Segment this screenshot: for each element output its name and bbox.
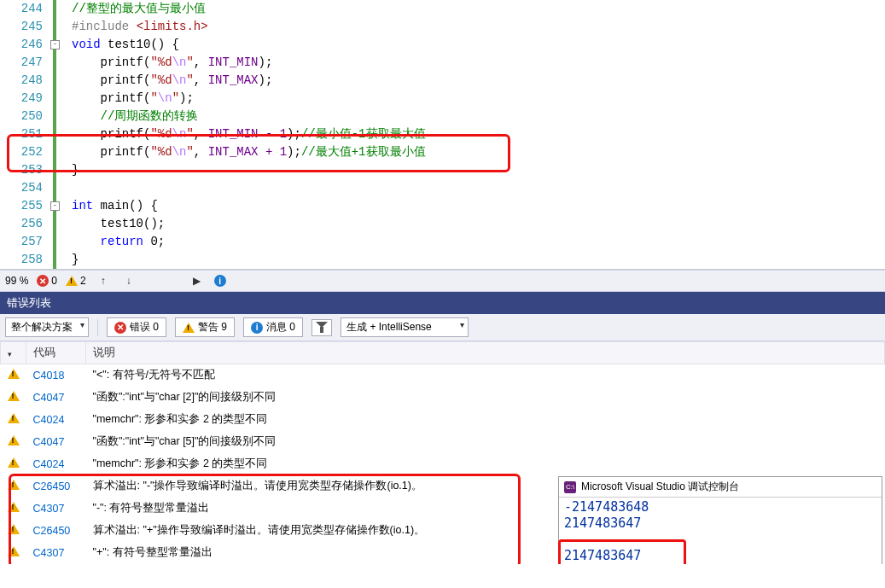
funnel-icon [316, 322, 328, 334]
code-line[interactable]: } [72, 161, 885, 179]
warning-code[interactable]: C4024 [26, 409, 86, 431]
code-line[interactable]: printf("%d\n", INT_MAX); [72, 72, 885, 90]
error-icon: ✕ [114, 322, 126, 334]
code-line[interactable]: test10(); [72, 215, 885, 233]
code-line[interactable]: printf("%d\n", INT_MIN); [72, 54, 885, 72]
code-line[interactable]: printf("%d\n", INT_MAX + 1);//最大值+1获取最小值 [72, 143, 885, 161]
error-count[interactable]: ✕ 0 [37, 275, 57, 287]
warning-description: "函数":"int"与"char [5]"的间接级别不同 [86, 431, 885, 453]
errors-filter-label: 错误 0 [130, 320, 159, 335]
zoom-level[interactable]: 99 % [5, 275, 28, 287]
warning-code[interactable]: C4018 [26, 364, 86, 387]
info-icon: i [251, 322, 263, 334]
warning-description: "函数":"int"与"char [2]"的间接级别不同 [86, 387, 885, 409]
warning-description: "memchr": 形参和实参 2 的类型不同 [86, 409, 885, 431]
errorlist-title: 错误列表 [0, 292, 885, 314]
line-number: 248 [0, 72, 43, 90]
editor-status-bar: 99 % ✕ 0 2 ↑ ↓ ▶ i [0, 270, 885, 292]
warning-code[interactable]: C4307 [26, 498, 86, 520]
warning-icon [8, 457, 20, 468]
code-line[interactable]: //整型的最大值与最小值 [72, 0, 885, 18]
warning-code[interactable]: C4024 [26, 453, 86, 475]
warning-icon [8, 435, 20, 445]
step-button[interactable]: ▶ [189, 272, 206, 289]
line-number: 253 [0, 161, 43, 179]
warning-icon [8, 502, 20, 512]
line-number: 255 [0, 197, 43, 215]
code-line[interactable]: void test10() { [72, 36, 885, 54]
line-number: 258 [0, 251, 43, 269]
warning-code[interactable]: C4047 [26, 387, 86, 409]
warning-icon [8, 480, 20, 490]
warning-description: "memchr": 形参和实参 2 的类型不同 [86, 453, 885, 475]
code-line[interactable]: printf("\n"); [72, 90, 885, 108]
warning-code[interactable]: C4307 [26, 542, 86, 564]
console-app-icon: C:\ [564, 481, 576, 493]
filter-funnel-button[interactable] [311, 319, 332, 336]
code-line[interactable]: #include <limits.h> [72, 18, 885, 36]
code-area[interactable]: //整型的最大值与最小值#include <limits.h>void test… [63, 0, 885, 269]
fold-toggle[interactable]: - [50, 40, 60, 49]
line-number: 257 [0, 233, 43, 251]
messages-filter-button[interactable]: i 消息 0 [243, 317, 303, 337]
code-line[interactable]: return 0; [72, 233, 885, 251]
warning-icon [8, 413, 20, 423]
warning-icon [66, 276, 78, 286]
table-row[interactable]: C4024"memchr": 形参和实参 2 的类型不同 [1, 409, 885, 431]
code-editor[interactable]: 2442452462472482492502512522532542552562… [0, 0, 885, 270]
col-desc[interactable]: 说明 [86, 342, 885, 364]
fold-toggle[interactable]: - [50, 201, 60, 211]
nav-down-button[interactable]: ↓ [120, 272, 137, 289]
line-number: 256 [0, 215, 43, 233]
console-title-text: Microsoft Visual Studio 调试控制台 [581, 480, 739, 494]
line-number-gutter: 2442452462472482492502512522532542552562… [0, 0, 51, 269]
info-icon: i [214, 275, 226, 287]
warning-icon [8, 546, 20, 556]
line-number: 251 [0, 125, 43, 143]
code-line[interactable]: } [72, 251, 885, 269]
warning-code[interactable]: C4047 [26, 431, 86, 453]
fold-column: -- [51, 0, 63, 269]
line-number: 249 [0, 90, 43, 108]
table-row[interactable]: C4024"memchr": 形参和实参 2 的类型不同 [1, 453, 885, 475]
line-number: 246 [0, 36, 43, 54]
table-row[interactable]: C4018"<": 有符号/无符号不匹配 [1, 364, 885, 387]
nav-up-button[interactable]: ↑ [95, 272, 112, 289]
divider [97, 319, 98, 336]
code-line[interactable]: printf("%d\n", INT_MIN - 1);//最小值-1获取最大值 [72, 125, 885, 143]
error-icon: ✕ [37, 275, 49, 287]
warning-code[interactable]: C26450 [26, 520, 86, 542]
warning-count-value: 2 [80, 275, 86, 287]
warning-description: "<": 有符号/无符号不匹配 [86, 364, 885, 387]
line-number: 247 [0, 54, 43, 72]
errorlist-toolbar: 整个解决方案 ✕ 错误 0 警告 9 i 消息 0 生成 + IntelliSe… [0, 314, 885, 341]
code-line[interactable] [72, 179, 885, 197]
line-number: 250 [0, 108, 43, 125]
table-row[interactable]: C4047"函数":"int"与"char [2]"的间接级别不同 [1, 387, 885, 409]
warning-icon [8, 524, 20, 534]
line-number: 252 [0, 143, 43, 161]
console-titlebar[interactable]: C:\ Microsoft Visual Studio 调试控制台 [559, 477, 882, 498]
code-line[interactable]: //周期函数的转换 [72, 108, 885, 125]
debug-console-window[interactable]: C:\ Microsoft Visual Studio 调试控制台 -21474… [558, 476, 882, 564]
warnings-filter-button[interactable]: 警告 9 [175, 317, 235, 337]
col-code[interactable]: 代码 [26, 342, 86, 364]
error-count-value: 0 [51, 275, 57, 287]
source-combo[interactable]: 生成 + IntelliSense [341, 317, 469, 337]
line-number: 245 [0, 18, 43, 36]
table-row[interactable]: C4047"函数":"int"与"char [5]"的间接级别不同 [1, 431, 885, 453]
errors-filter-button[interactable]: ✕ 错误 0 [107, 317, 166, 337]
scope-combo[interactable]: 整个解决方案 [5, 317, 89, 337]
messages-filter-label: 消息 0 [266, 320, 295, 335]
line-number: 254 [0, 179, 43, 197]
console-output[interactable]: -2147483648 2147483647 2147483647 -21474… [559, 498, 882, 564]
line-number: 244 [0, 0, 43, 18]
warning-icon [8, 391, 20, 401]
warning-icon [183, 323, 195, 333]
code-line[interactable]: int main() { [72, 197, 885, 215]
warning-count[interactable]: 2 [66, 275, 86, 287]
col-icon[interactable]: ▾ [1, 342, 26, 364]
warning-icon [8, 369, 20, 379]
warnings-filter-label: 警告 9 [198, 320, 227, 335]
warning-code[interactable]: C26450 [26, 475, 86, 498]
